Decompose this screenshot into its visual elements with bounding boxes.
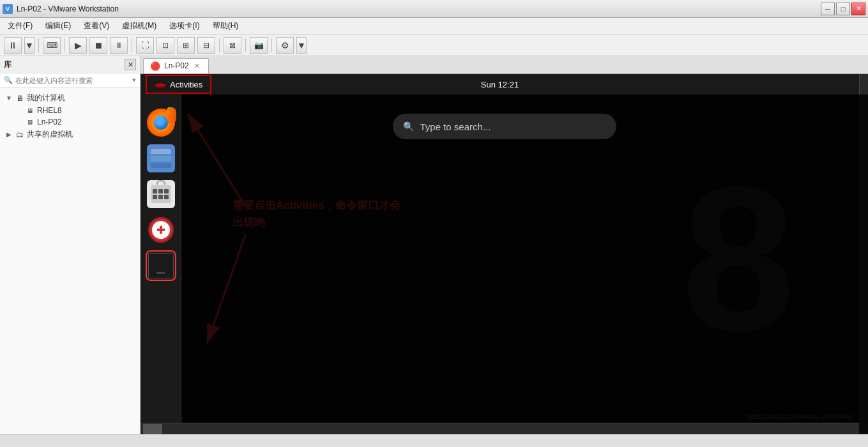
computer-icon: 🖥 [15, 94, 24, 103]
vm-bottom-scrollbar[interactable] [141, 423, 859, 434]
power-on-button[interactable]: ▶ [69, 37, 87, 54]
my-computer-label: 我的计算机 [27, 93, 65, 103]
tab-bar: 🔴 Ln-P02 ✕ [141, 56, 868, 74]
vm-icon-rhel8: 🖥 [26, 106, 34, 115]
sidebar-item-my-computer[interactable]: ▼ 🖥 我的计算机 [3, 91, 137, 105]
snapshot-button[interactable]: 📷 [250, 37, 268, 54]
files-icon [147, 144, 175, 172]
drawer-top [151, 149, 171, 154]
sidebar-item-shared-vms[interactable]: ▶ 🗂 共享的虚拟机 [3, 128, 137, 141]
stretch-button[interactable]: ⊟ [197, 37, 215, 54]
tab-ln-p02[interactable]: 🔴 Ln-P02 ✕ [143, 58, 209, 73]
sidebar-search-input[interactable] [15, 77, 130, 84]
suspend-button[interactable]: ⏸ [110, 37, 128, 54]
activities-button[interactable]: Activities [146, 75, 211, 94]
sidebar-item-ln-p02[interactable]: 🖥 Ln-P02 [13, 116, 137, 128]
gnome-search-bar[interactable]: 🔍 Type to search... [393, 114, 616, 139]
software-icon [147, 180, 175, 208]
gnome-clock: Sun 12:21 [481, 80, 519, 89]
power-off-button[interactable]: ⏹ [89, 37, 107, 54]
title-bar: V Ln-P02 - VMware Workstation ─ □ ✕ [0, 0, 868, 18]
bag-dot [153, 189, 157, 193]
window-title: Ln-P02 - VMware Workstation [17, 4, 119, 13]
sidebar-tree: ▼ 🖥 我的计算机 🖥 RHEL8 🖥 Ln-P02 ▶ 🗂 [0, 87, 140, 434]
sidebar-item-rhel8[interactable]: 🖥 RHEL8 [13, 105, 137, 116]
menu-edit[interactable]: 编辑(E) [40, 19, 76, 33]
terminal-icon: _ [148, 253, 174, 278]
vm-icon-ln-p02: 🖥 [26, 117, 34, 126]
sidebar: 库 ✕ 🔍 ▾ ▼ 🖥 我的计算机 🖥 RHEL8 [0, 56, 141, 434]
search-icon: 🔍 [403, 121, 414, 132]
firefox-icon [147, 109, 175, 137]
settings-dropdown[interactable]: ▼ [296, 37, 307, 54]
bag-handle [156, 180, 165, 185]
sidebar-title: 库 [4, 59, 11, 70]
activities-label: Activities [170, 80, 202, 89]
tree-children-my-computer: 🖥 RHEL8 🖥 Ln-P02 [3, 105, 137, 128]
help-cross-inner: ✚ [152, 221, 170, 239]
bag-dot [158, 189, 163, 193]
tab-vm-icon: 🔴 [150, 61, 160, 71]
gnome-topbar: Activities Sun 12:21 [141, 74, 859, 95]
spacer2 [15, 118, 23, 126]
dock-item-files[interactable] [146, 143, 176, 174]
fit-guest-button[interactable]: ⊡ [156, 37, 174, 54]
toolbar-sep-3 [132, 38, 132, 52]
expand-icon: ▼ [5, 95, 13, 102]
sidebar-search-icon: 🔍 [4, 76, 13, 84]
spacer [15, 107, 23, 114]
tab-label: Ln-P02 [164, 61, 189, 70]
menu-help[interactable]: 帮助(H) [208, 19, 244, 33]
dock-item-help[interactable]: ✚ [146, 215, 176, 245]
menu-view[interactable]: 查看(V) [79, 19, 114, 33]
shared-label: 共享的虚拟机 [27, 129, 73, 140]
content-area: 🔴 Ln-P02 ✕ Activities Sun 12:21 [141, 56, 868, 434]
gnome-dock: ✚ _ [141, 95, 181, 423]
toolbar-sep-2 [65, 38, 65, 52]
menu-tabs[interactable]: 选项卡(I) [164, 19, 204, 33]
bag-dot [153, 195, 157, 199]
send-ctrl-alt-del-button[interactable]: ⌨ [43, 37, 61, 54]
settings-button[interactable]: ⚙ [276, 37, 294, 54]
menu-bar: 文件(F) 编辑(E) 查看(V) 虚拟机(M) 选项卡(I) 帮助(H) [0, 18, 868, 34]
pause-button[interactable]: ⏸ [4, 37, 22, 54]
bag-dot [158, 195, 163, 199]
sidebar-close-button[interactable]: ✕ [125, 59, 136, 70]
dock-item-terminal[interactable]: _ [146, 250, 176, 281]
fit-window-button[interactable]: ⊞ [177, 37, 195, 54]
tab-close-button[interactable]: ✕ [193, 61, 202, 70]
drawer-bot [151, 163, 171, 168]
pause-dropdown[interactable]: ▼ [24, 37, 34, 54]
bag-grid [153, 189, 169, 199]
toolbar-sep-6 [271, 38, 272, 52]
redhat-logo [155, 79, 166, 90]
fullscreen-button[interactable]: ⛶ [136, 37, 154, 54]
toolbar-sep-5 [245, 38, 246, 52]
bag-dot [164, 195, 169, 199]
toolbar-sep-4 [219, 38, 220, 52]
help-circle: ✚ [148, 217, 174, 243]
close-button[interactable]: ✕ [851, 3, 865, 15]
title-bar-left: V Ln-P02 - VMware Workstation [3, 4, 119, 14]
expand-shared-icon: ▶ [5, 131, 13, 139]
gnome-search-overlay: 🔍 Type to search... [141, 95, 868, 423]
menu-file[interactable]: 文件(F) [3, 19, 38, 33]
bag-body [151, 185, 171, 203]
actual-size-button[interactable]: ⊠ [224, 37, 241, 54]
terminal-prompt: _ [156, 259, 165, 273]
restore-button[interactable]: □ [836, 3, 850, 15]
vmware-icon: V [3, 4, 13, 14]
scrollbar-thumb[interactable] [143, 424, 162, 434]
sidebar-header: 库 ✕ [0, 56, 140, 73]
dock-item-firefox[interactable] [146, 107, 176, 138]
drawer-mid [151, 156, 171, 161]
help-icon: ✚ [147, 216, 175, 244]
dock-item-software[interactable] [146, 179, 176, 209]
vm-content[interactable]: Activities Sun 12:21 🔍 Type to search... [141, 74, 868, 434]
minimize-button[interactable]: ─ [821, 3, 835, 15]
sidebar-search-bar[interactable]: 🔍 ▾ [0, 73, 140, 87]
sidebar-search-dropdown[interactable]: ▾ [132, 76, 136, 84]
menu-vm[interactable]: 虚拟机(M) [117, 19, 162, 33]
rhel8-label: RHEL8 [37, 106, 62, 115]
status-bar [0, 434, 868, 447]
